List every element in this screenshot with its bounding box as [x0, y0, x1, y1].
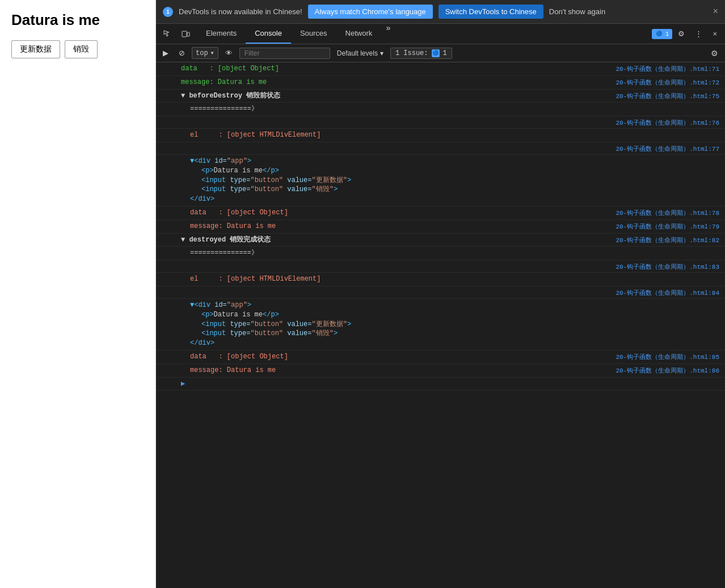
row-content: el : [object HTMLDivElement]	[179, 130, 719, 141]
issue-badge-count: 1	[443, 49, 447, 57]
console-row: 20-钩子函数（生命周期）.html:84	[156, 286, 725, 299]
console-row: 20-钩子函数（生命周期）.html:83	[156, 260, 725, 273]
tab-sources[interactable]: Sources	[291, 24, 336, 44]
console-row: 20-钩子函数（生命周期）.html:76	[156, 116, 725, 129]
row-source[interactable]: 20-钩子函数（生命周期）.html:79	[616, 221, 725, 231]
row-content: ▼<div id="app"> <p>Datura is me</p> <inp…	[179, 156, 719, 205]
issue-count-badge[interactable]: 1 Issue: 🔵 1	[390, 48, 452, 59]
row-source	[719, 274, 725, 275]
row-content: ▼ destroyed 销毁完成状态	[179, 235, 616, 246]
row-content: message: Datura is me	[179, 77, 616, 88]
console-row: ===============》	[156, 103, 725, 116]
clear-console-button[interactable]: ⊘	[175, 47, 188, 59]
tab-console[interactable]: Console	[246, 24, 291, 44]
row-source	[719, 156, 725, 157]
console-row: data : [object Object] 20-钩子函数（生命周期）.htm…	[156, 350, 725, 364]
console-prompt-row: ▶	[156, 378, 725, 391]
row-text: ▼ beforeDestroy 销毁前状态	[181, 92, 280, 100]
row-source[interactable]: 20-钩子函数（生命周期）.html:83	[616, 261, 725, 271]
notification-close-button[interactable]: ×	[713, 7, 718, 17]
tab-right-icons: 🔵 1 ⚙ ⋮ ×	[652, 27, 725, 40]
console-row: el : [object HTMLDivElement]	[156, 273, 725, 286]
xml-line: <input type="button" value="销毁">	[190, 185, 717, 194]
row-text: data : [object Object]	[190, 209, 288, 217]
row-source	[719, 104, 725, 105]
always-match-button[interactable]: Always match Chrome's language	[308, 5, 433, 19]
row-source[interactable]: 20-钩子函数（生命周期）.html:86	[616, 365, 725, 375]
row-content: ▶	[179, 379, 725, 390]
console-row: message: Datura is me 20-钩子函数（生命周期）.html…	[156, 220, 725, 234]
issue-label: 1 Issue:	[395, 49, 428, 57]
default-levels-button[interactable]: Default levels ▾	[334, 48, 387, 58]
eye-button[interactable]: 👁	[222, 47, 236, 59]
console-toolbar: ▶ ⊘ top ▾ 👁 Default levels ▾ 1 Issue: 🔵 …	[156, 44, 725, 62]
notification-bar: i DevTools is now available in Chinese! …	[156, 0, 725, 24]
row-text: message: Datura is me	[181, 78, 267, 86]
console-row: message: Datura is me 20-钩子函数（生命周期）.html…	[156, 364, 725, 378]
devtools-settings-button[interactable]: ⚙	[673, 27, 689, 40]
row-text: message: Datura is me	[190, 222, 276, 230]
row-content	[179, 287, 616, 289]
row-source[interactable]: 20-钩子函数（生命周期）.html:77	[616, 143, 725, 153]
context-dropdown-icon: ▾	[210, 49, 214, 57]
issues-badge[interactable]: 🔵 1	[652, 29, 673, 39]
xml-line: <input type="button" value="更新数据">	[190, 320, 717, 329]
tab-more-button[interactable]: »	[381, 24, 395, 44]
row-content: data : [object Object]	[179, 208, 616, 218]
update-button[interactable]: 更新数据	[11, 40, 60, 58]
devtools-more-button[interactable]: ⋮	[690, 27, 707, 40]
dont-show-again-button[interactable]: Don't show again	[549, 7, 605, 16]
console-row: ▼<div id="app"> <p>Datura is me</p> <inp…	[156, 299, 725, 350]
row-content: ▼<div id="app"> <p>Datura is me</p> <inp…	[179, 300, 719, 349]
row-source[interactable]: 20-钩子函数（生命周期）.html:82	[616, 235, 725, 244]
row-content	[179, 117, 616, 119]
row-content: ===============》	[179, 248, 719, 259]
console-row: message: Datura is me 20-钩子函数（生命周期）.html…	[156, 76, 725, 90]
row-source[interactable]: 20-钩子函数（生命周期）.html:78	[616, 208, 725, 217]
row-content: ===============》	[179, 104, 719, 115]
context-selector[interactable]: top ▾	[192, 47, 218, 59]
row-content: message: Datura is me	[179, 365, 616, 376]
row-text: el : [object HTMLDivElement]	[190, 275, 321, 283]
xml-line: ▼<div id="app">	[190, 156, 717, 166]
row-content: message: Datura is me	[179, 221, 616, 232]
row-source[interactable]: 20-钩子函数（生命周期）.html:76	[616, 117, 725, 127]
svg-rect-0	[182, 31, 187, 37]
row-content: data : [object Object]	[179, 352, 616, 362]
issues-count: 1	[665, 31, 669, 37]
row-content: data : [object Object]	[179, 64, 616, 74]
row-source[interactable]: 20-钩子函数（生命周期）.html:71	[616, 64, 725, 73]
default-levels-label: Default levels	[337, 49, 378, 57]
tab-bar: Elements Console Sources Network » 🔵 1 ⚙…	[156, 24, 725, 44]
console-row: ▼ destroyed 销毁完成状态 20-钩子函数（生命周期）.html:82	[156, 234, 725, 247]
devtools-close-button[interactable]: ×	[708, 27, 722, 40]
row-text: el : [object HTMLDivElement]	[190, 131, 321, 139]
filter-input[interactable]	[239, 48, 330, 59]
row-content: ▼ beforeDestroy 销毁前状态	[179, 91, 616, 101]
console-row: el : [object HTMLDivElement]	[156, 129, 725, 142]
switch-chinese-button[interactable]: Switch DevTools to Chinese	[439, 5, 543, 19]
row-source	[719, 300, 725, 301]
row-source[interactable]: 20-钩子函数（生命周期）.html:84	[616, 287, 725, 297]
row-source[interactable]: 20-钩子函数（生命周期）.html:72	[616, 77, 725, 87]
xml-line: <input type="button" value="销毁">	[190, 329, 717, 339]
console-row: ===============》	[156, 247, 725, 260]
tab-network[interactable]: Network	[336, 24, 382, 44]
tab-elements[interactable]: Elements	[197, 24, 246, 44]
run-script-button[interactable]: ▶	[159, 47, 172, 59]
destroy-button[interactable]: 销毁	[65, 40, 98, 58]
device-toolbar-icon[interactable]	[178, 27, 193, 41]
element-selector-icon[interactable]	[159, 27, 175, 41]
console-row: data : [object Object] 20-钩子函数（生命周期）.htm…	[156, 62, 725, 76]
svg-rect-1	[187, 32, 189, 36]
button-group: 更新数据 销毁	[11, 40, 144, 58]
devtools-panel: i DevTools is now available in Chinese! …	[156, 0, 725, 588]
console-content[interactable]: data : [object Object] 20-钩子函数（生命周期）.htm…	[156, 62, 725, 588]
page-title: Datura is me	[11, 11, 144, 29]
row-source[interactable]: 20-钩子函数（生命周期）.html:75	[616, 91, 725, 100]
row-source[interactable]: 20-钩子函数（生命周期）.html:85	[616, 352, 725, 361]
console-row: ▼ beforeDestroy 销毁前状态 20-钩子函数（生命周期）.html…	[156, 90, 725, 103]
row-content	[179, 261, 616, 263]
row-content	[179, 143, 616, 145]
console-settings-button[interactable]: ⚙	[707, 47, 722, 60]
